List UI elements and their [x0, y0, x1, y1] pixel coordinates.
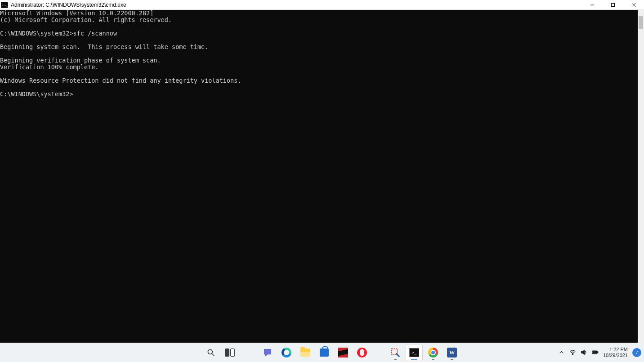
taskbar-center: W: [184, 343, 460, 362]
svg-line-5: [212, 354, 215, 356]
volume-icon[interactable]: [581, 349, 587, 357]
window-controls: [582, 0, 644, 10]
app-icon: [338, 348, 348, 358]
taskbar-taskview-button[interactable]: [222, 344, 238, 361]
terminal-line: Beginning system scan. This process will…: [0, 44, 638, 50]
taskbar-opera-button[interactable]: [354, 344, 370, 361]
taskview-icon: [224, 347, 235, 358]
taskbar-start-button[interactable]: [184, 344, 200, 361]
edge-icon: [282, 348, 291, 358]
terminal-line: [0, 71, 638, 77]
start-icon: [187, 347, 197, 358]
svg-rect-1: [612, 3, 615, 6]
taskbar-store-button[interactable]: [316, 344, 332, 361]
opera-icon: [357, 348, 367, 358]
window-title: Administrator: C:\WINDOWS\system32\cmd.e…: [11, 2, 126, 8]
maximize-button[interactable]: [603, 0, 623, 10]
taskbar-explorer-button[interactable]: [297, 344, 313, 361]
store-icon: [320, 349, 329, 357]
cmd-icon: [409, 348, 419, 357]
terminal-line: C:\WINDOWS\system32>sfc /scannow: [0, 30, 638, 37]
chrome-icon: [428, 348, 438, 358]
minimize-button[interactable]: [582, 0, 603, 10]
cmd-window-icon: [1, 2, 8, 8]
taskbar-chat-button[interactable]: [259, 344, 276, 361]
tray-overflow-icon[interactable]: [558, 349, 565, 357]
search-icon: [206, 347, 216, 358]
taskbar-snip-button[interactable]: [387, 344, 403, 361]
taskbar-search-button[interactable]: [203, 344, 219, 361]
terminal-output[interactable]: Microsoft Windows [Version 10.0.22000.28…: [0, 10, 638, 343]
terminal-line: Verification 100% complete.: [0, 64, 638, 71]
clock-date: 10/29/2021: [603, 353, 628, 358]
wifi-icon[interactable]: [569, 349, 576, 357]
terminal-line: Beginning verification phase of system s…: [0, 57, 638, 64]
svg-rect-13: [593, 351, 596, 353]
terminal-line: Microsoft Windows [Version 10.0.22000.28…: [0, 10, 638, 17]
widgets-icon: [243, 347, 254, 358]
terminal-line: [0, 23, 638, 30]
svg-marker-10: [581, 350, 585, 354]
vertical-scrollbar[interactable]: [638, 10, 644, 343]
scrollbar-thumb[interactable]: [639, 16, 643, 29]
clock-time: 1:22 PM: [603, 347, 628, 353]
snip-icon: [390, 347, 401, 358]
taskbar-redapp-button[interactable]: [335, 344, 351, 361]
battery-icon[interactable]: [592, 349, 599, 357]
taskbar: W 1:22 PM 10/29/2021 7: [0, 343, 644, 362]
taskbar-edge-button[interactable]: [278, 344, 295, 361]
taskbar-word-button[interactable]: W: [444, 344, 460, 361]
terminal-line: (c) Microsoft Corporation. All rights re…: [0, 17, 638, 23]
terminal-line: [0, 37, 638, 44]
terminal-area: Microsoft Windows [Version 10.0.22000.28…: [0, 10, 644, 343]
svg-point-9: [572, 353, 573, 354]
close-button[interactable]: [623, 0, 644, 10]
terminal-line: C:\WINDOWS\system32>: [0, 91, 638, 98]
svg-point-4: [208, 349, 212, 354]
titlebar-left: Administrator: C:\WINDOWS\system32\cmd.e…: [0, 2, 126, 8]
terminal-line: [0, 84, 638, 91]
terminal-line: Windows Resource Protection did not find…: [0, 77, 638, 84]
chat-icon: [262, 347, 273, 358]
titlebar: Administrator: C:\WINDOWS\system32\cmd.e…: [0, 0, 644, 10]
taskbar-cmd-button[interactable]: [406, 344, 422, 361]
tray-icons: [558, 349, 599, 357]
file-explorer-icon: [300, 349, 310, 357]
svg-rect-12: [597, 351, 598, 353]
taskbar-widgets-button[interactable]: [241, 344, 257, 361]
terminal-line: [0, 50, 638, 57]
taskbar-chrome-button[interactable]: [425, 344, 441, 361]
notifications-badge[interactable]: 7: [632, 348, 641, 357]
taskbar-clock[interactable]: 1:22 PM 10/29/2021: [603, 347, 628, 358]
system-tray: 1:22 PM 10/29/2021 7: [558, 343, 641, 362]
word-icon: W: [447, 348, 457, 358]
